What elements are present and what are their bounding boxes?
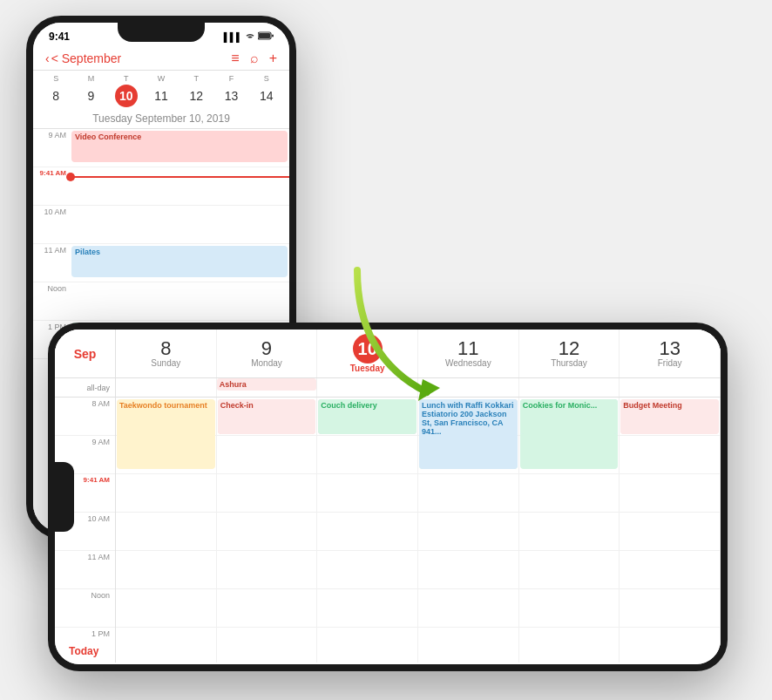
weekday-s1: S: [38, 74, 73, 85]
portrait-timeslot-941: 9:41 AM: [33, 167, 289, 206]
landscape-dayname-monday: Monday: [251, 358, 282, 368]
landscape-sep-col: Sep: [55, 330, 116, 377]
landscape-col-thursday[interactable]: 12 Thursday: [519, 330, 620, 377]
date-10-today[interactable]: 10: [115, 85, 138, 107]
landscape-wednesday-col: FaceTime with grandma Coffee with Guille…: [418, 398, 519, 663]
portrait-cal-header: ‹ < September ≡ ⌕ +: [33, 47, 289, 71]
weekday-s2: S: [249, 74, 284, 85]
svg-rect-2: [272, 35, 274, 37]
landscape-allday-sunday: [116, 378, 217, 397]
landscape-dayname-sunday: Sunday: [151, 358, 180, 368]
landscape-month-label: Sep: [74, 347, 97, 361]
landscape-allday-label: all-day: [55, 378, 116, 397]
weekday-t2: T: [179, 74, 213, 85]
portrait-week-dates: 8 9 10 11 12 13 14: [33, 85, 289, 111]
wifi-icon: [245, 31, 255, 42]
portrait-event-video-conference[interactable]: Video Conference: [71, 131, 288, 162]
landscape-friday-col: Weekly Status Budget Meeting: [620, 398, 721, 663]
date-11[interactable]: 11: [144, 85, 179, 107]
portrait-time: 9:41: [49, 31, 70, 43]
landscape-date-12: 12: [559, 339, 579, 358]
landscape-notch: [55, 462, 74, 532]
portrait-status-icons: ▌▌▌: [224, 31, 274, 42]
svg-marker-3: [418, 379, 440, 401]
landscape-event-taekwondo[interactable]: Taekwondo tournament: [117, 399, 215, 469]
date-9[interactable]: 9: [73, 85, 108, 107]
portrait-timeslot-10am: 10 AM: [33, 206, 289, 244]
portrait-event-pilates[interactable]: Pilates: [71, 246, 288, 277]
portrait-current-time-line: [70, 176, 289, 178]
landscape-event-checkin[interactable]: Check-in: [218, 399, 316, 434]
landscape-allday-thursday: [519, 378, 620, 397]
arrow-graphic: [340, 253, 514, 427]
landscape-time-grid: 8 AM 9 AM 9:41 AM 10 AM 11 AM Noon 1 PM …: [55, 398, 721, 663]
landscape-today-button[interactable]: Today: [69, 645, 98, 657]
timeslot-8am: 8 AM: [55, 398, 115, 436]
portrait-month-label: < September: [51, 51, 122, 65]
weekday-t1: T: [109, 74, 144, 85]
landscape-col-monday[interactable]: 9 Monday: [217, 330, 318, 377]
portrait-timeslot-9am: 9 AM Video Conference: [33, 129, 289, 167]
date-12[interactable]: 12: [179, 85, 213, 107]
landscape-allday-friday: [620, 378, 721, 397]
landscape-event-cookies[interactable]: Cookies for Monic...: [520, 399, 619, 434]
weekday-f: F: [213, 74, 248, 85]
weekday-w: W: [144, 74, 179, 85]
landscape-sunday-col: Taekwondo tournament: [116, 398, 217, 663]
landscape-dayname-friday: Friday: [658, 358, 682, 368]
date-13[interactable]: 13: [213, 85, 248, 107]
date-14[interactable]: 14: [249, 85, 284, 107]
signal-icon: ▌▌▌: [224, 32, 242, 42]
portrait-toolbar: ≡ ⌕ +: [231, 51, 277, 66]
svg-rect-1: [259, 33, 270, 38]
portrait-notch: [118, 23, 205, 42]
timeslot-noon: Noon: [55, 589, 115, 628]
timeslot-11am: 11 AM: [55, 551, 115, 589]
landscape-monday-col: Coffee with Guille... Check-in: [217, 398, 318, 663]
weekday-m: M: [73, 74, 108, 85]
portrait-timeslot-noon: Noon: [33, 282, 289, 321]
landscape-col-friday[interactable]: 13 Friday: [620, 330, 721, 377]
date-8[interactable]: 8: [38, 85, 73, 107]
portrait-current-time-label: 9:41 AM: [33, 167, 70, 205]
landscape-date-8: 8: [160, 339, 171, 358]
portrait-weekday-headers: S M T W T F S: [33, 71, 289, 85]
landscape-tuesday-col: Video Conference Pilates Couch delivery: [317, 398, 418, 663]
chevron-left-icon: ‹: [45, 51, 50, 65]
landscape-date-9: 9: [261, 339, 272, 358]
landscape-date-13: 13: [659, 339, 680, 358]
landscape-event-budget-meeting[interactable]: Budget Meeting: [620, 399, 719, 434]
portrait-selected-date: Tuesday September 10, 2019: [33, 111, 289, 129]
landscape-thursday-col: Coffee with Erny Philz Coffee 3101 24th …: [519, 398, 620, 663]
list-view-icon[interactable]: ≡: [231, 51, 239, 66]
search-icon[interactable]: ⌕: [250, 51, 259, 66]
landscape-event-ashura[interactable]: Ashura: [217, 378, 317, 391]
battery-icon: [258, 31, 274, 42]
landscape-col-sunday[interactable]: 8 Sunday: [116, 330, 217, 377]
landscape-dayname-thursday: Thursday: [551, 358, 587, 368]
add-event-icon[interactable]: +: [269, 51, 277, 66]
landscape-allday-monday: Ashura: [217, 378, 318, 397]
portrait-back-button[interactable]: ‹ < September: [45, 51, 121, 65]
portrait-timeslot-11am: 11 AM Pilates: [33, 244, 289, 282]
